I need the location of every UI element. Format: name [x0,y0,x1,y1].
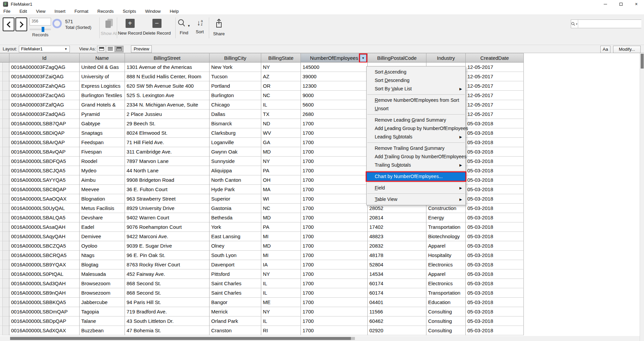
cell-createddate[interactable]: 05-03-2018 [466,307,524,316]
cell-name[interactable]: Talane [80,316,125,326]
cell-numberofemployees[interactable]: 145000 [301,62,368,72]
menubar-item-window[interactable]: Window [145,9,160,14]
row-marker[interactable] [0,326,3,335]
quick-search-input[interactable] [578,20,641,28]
horizontal-scrollbar[interactable] [0,336,640,341]
cell-name[interactable]: Meevee [80,185,125,194]
cell-createddate[interactable]: 05-03-2018 [466,241,524,251]
cell-industry[interactable]: Transportation [426,288,466,298]
cell-billingcity[interactable]: Burlington [210,91,261,100]
cell-billingstate[interactable]: NY [261,157,301,166]
cell-billingstate[interactable]: IA [261,260,301,269]
cell-billingstreet[interactable]: 963 Strawberry Street [125,194,210,204]
cell-billingcity[interactable]: Dallas [210,110,261,119]
vertical-scrollbar[interactable] [640,53,644,341]
cell-billingcity[interactable]: Pittsford [210,269,261,279]
cell-name[interactable]: Mydeo [80,166,125,175]
column-header-billingstreet[interactable]: BillingStreet [125,53,210,62]
cell-numberofemployees[interactable]: 1700 [301,232,368,241]
cell-id[interactable]: 0016A000003FZadQAG [9,110,80,119]
cell-billingstate[interactable]: IL [261,100,301,110]
cell-numberofemployees[interactable]: 1700 [301,260,368,269]
cell-name[interactable]: Devshare [80,213,125,222]
cell-id[interactable]: 0016A00000LSBDiQAP [9,128,80,138]
cell-billingcity[interactable]: Gwynn Oak [210,147,261,157]
row-marker[interactable] [0,175,3,185]
cell-billingcity[interactable]: South Lyon [210,251,261,260]
cell-id[interactable]: 0016A00000LSBCZQA5 [9,241,80,251]
row-marker[interactable] [0,251,3,260]
row-marker[interactable] [0,232,3,241]
cell-name[interactable]: Tagopia [80,307,125,316]
cell-billingstate[interactable]: RI [261,326,301,335]
cell-billingstreet[interactable]: 9039 E. Sugar Drive [125,241,210,251]
cell-id[interactable]: 0016A00000LSAdXQAX [9,326,80,335]
cell-createddate[interactable]: 12-05-2017 [466,72,524,81]
cell-id[interactable]: 0016A00000LS0PtQAL [9,269,80,279]
delete-record-button[interactable]: − Delete Record [144,17,169,36]
cell-createddate[interactable]: 05-03-2018 [466,147,524,157]
cell-name[interactable]: Malesuada [80,269,125,279]
cell-createddate[interactable]: 05-03-2018 [466,213,524,222]
row-marker[interactable] [0,128,3,138]
cell-numberofemployees[interactable]: 1700 [301,128,368,138]
cell-createddate[interactable]: 05-03-2018 [466,232,524,241]
cell-numberofemployees[interactable]: 9000 [301,91,368,100]
menu-item-field[interactable]: Field▶ [367,184,465,192]
cell-name[interactable]: Burlington Textiles [80,91,125,100]
cell-numberofemployees[interactable]: 1700 [301,298,368,307]
new-record-button[interactable]: + New Record [119,17,141,36]
share-button[interactable]: Share [212,17,226,36]
cell-billingcity[interactable]: North Canton [210,175,261,185]
cell-billingstreet[interactable]: 868 Second St. [125,288,210,298]
cell-billingstreet[interactable]: 9076 Roehampton Court [125,222,210,232]
record-slider[interactable] [30,29,51,30]
cell-billingcity[interactable]: Bethesda [210,213,261,222]
view-as-table-button[interactable] [114,46,124,52]
cell-billingcity[interactable]: Olney [210,241,261,251]
menu-item-table-view[interactable]: Table View▶ [367,195,465,204]
cell-billingstreet[interactable]: 8024 Elmwood St. [125,128,210,138]
sort-button[interactable]: ↓az Sort [194,17,205,34]
row-marker[interactable] [0,213,3,222]
cell-createddate[interactable]: 05-03-2018 [466,166,524,175]
row-marker[interactable] [0,157,3,166]
minimize-button[interactable] [598,0,613,8]
column-dropdown-button[interactable]: ▼ [360,54,366,62]
cell-name[interactable]: Blognation [80,194,125,204]
cell-numberofemployees[interactable]: 1700 [301,307,368,316]
view-as-list-button[interactable] [106,46,115,52]
cell-numberofemployees[interactable]: 1700 [301,279,368,288]
row-marker[interactable] [0,119,3,128]
cell-name[interactable]: Express Logistics [80,81,125,91]
cell-billingstate[interactable]: OH [261,175,301,185]
row-marker[interactable] [0,298,3,307]
cell-industry[interactable]: Consulting [426,326,466,335]
cell-id[interactable]: 0016A00000LSBCRQA5 [9,251,80,260]
next-record-button[interactable] [15,17,27,31]
row-marker[interactable] [0,307,3,316]
cell-name[interactable]: Blogtag [80,260,125,269]
find-button[interactable]: ▼ Find [176,17,192,35]
cell-createddate[interactable]: 05-03-2018 [466,185,524,194]
cell-billingcity[interactable]: Hyde Park [210,185,261,194]
cell-numberofemployees[interactable]: 5600 [301,100,368,110]
cell-billingcity[interactable]: Aliquippa [210,166,261,175]
cell-numberofemployees[interactable]: 1700 [301,326,368,335]
cell-numberofemployees[interactable]: 1700 [301,185,368,194]
menu-item-remove-trailing-grand-summary[interactable]: Remove Trailing Grand Summary [367,144,465,153]
cell-industry[interactable]: Apparel [426,241,466,251]
cell-createddate[interactable]: 05-03-2018 [466,204,524,213]
cell-name[interactable]: Ntags [80,251,125,260]
cell-billingstate[interactable]: NY [261,307,301,316]
cell-billingstate[interactable]: GA [261,138,301,147]
cell-billingstreet[interactable]: 452 Fairway Ave. [125,269,210,279]
cell-id[interactable]: 0016A00000LSBB7QAP [9,119,80,128]
cell-billingstate[interactable]: TX [261,110,301,119]
cell-name[interactable]: Roodel [80,157,125,166]
cell-name[interactable]: Grand Hotels & [80,100,125,110]
cell-numberofemployees[interactable]: 1700 [301,157,368,166]
cell-billingcity[interactable]: Saint Charles [210,288,261,298]
column-header-numberofemployees[interactable]: NumberOfEmployees▼ [301,53,368,62]
cell-id[interactable]: 0016A00000LSAd3QAH [9,279,80,288]
